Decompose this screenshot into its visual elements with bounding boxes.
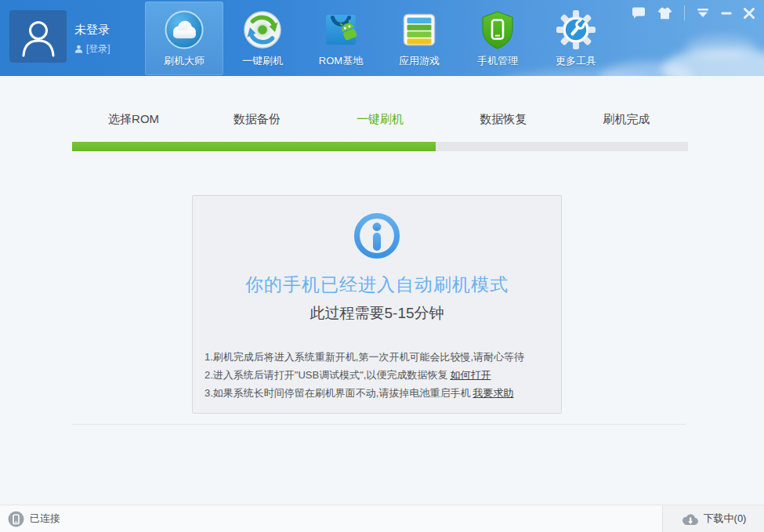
controls-separator [684, 5, 685, 20]
note-text: 1.刷机完成后将进入系统重新开机,第一次开机可能会比较慢,请耐心等待 [205, 351, 524, 363]
note-text: 2.进入系统后请打开"USB调试模式",以便完成数据恢复 [205, 369, 447, 381]
connection-label: 已连接 [30, 512, 60, 526]
ask-for-help-link[interactable]: 我要求助 [473, 387, 513, 399]
main-menu-fold-icon[interactable] [697, 8, 709, 18]
more-tools-gear-icon [556, 9, 596, 50]
nav-label: 刷机大师 [164, 54, 205, 68]
nav-item-rom-store[interactable]: ROM基地 [302, 2, 380, 75]
nav-label: 一键刷机 [242, 54, 283, 68]
minimize-icon[interactable] [721, 9, 732, 18]
cloud-flash-master-icon [164, 9, 205, 50]
note-text: 3.如果系统长时间停留在刷机界面不动,请拔掉电池重启手机 [205, 387, 470, 399]
step-choose-rom[interactable]: 选择ROM [72, 112, 195, 127]
status-bar: 已连接 下载中(0) [0, 505, 764, 532]
step-data-restore[interactable]: 数据恢复 [442, 112, 565, 127]
theme-shirt-icon[interactable] [657, 7, 672, 20]
nav-label: 应用游戏 [399, 54, 440, 68]
flash-steps: 选择ROM 数据备份 一键刷机 数据恢复 刷机完成 [72, 112, 688, 127]
nav-item-more-tools[interactable]: 更多工具 [537, 2, 615, 75]
step-flash-complete[interactable]: 刷机完成 [565, 112, 688, 127]
avatar[interactable] [9, 10, 67, 63]
download-label: 下载中(0) [704, 512, 747, 526]
nav-item-apps-games[interactable]: 应用游戏 [380, 2, 458, 75]
download-cloud-icon [681, 512, 699, 526]
info-icon [352, 211, 402, 261]
nav-item-flash-master[interactable]: 刷机大师 [145, 2, 223, 75]
nav-label: ROM基地 [319, 54, 363, 68]
how-to-open-link[interactable]: 如何打开 [450, 369, 491, 381]
panel-title: 你的手机已经进入自动刷机模式 [193, 273, 561, 297]
mini-user-icon [74, 45, 83, 53]
login-status-label: 未登录 [74, 23, 110, 38]
one-key-flash-refresh-icon [242, 9, 283, 50]
login-link-label: [登录] [86, 42, 110, 56]
note-line-3: 3.如果系统长时间停留在刷机界面不动,请拔掉电池重启手机我要求助 [205, 384, 555, 402]
user-silhouette-icon [20, 16, 56, 57]
panel-subtitle: 此过程需要5-15分钟 [193, 303, 561, 324]
nav-item-one-key-flash[interactable]: 一键刷机 [223, 2, 302, 75]
login-link[interactable]: [登录] [74, 42, 110, 56]
cloud-decoration [686, 35, 756, 59]
main-nav: 刷机大师 一键刷机 [145, 2, 615, 75]
nav-label: 更多工具 [556, 54, 596, 68]
phone-manage-shield-icon [477, 9, 518, 50]
step-data-backup[interactable]: 数据备份 [195, 112, 318, 127]
app-header: 未登录 [登录] [0, 0, 764, 76]
download-manager-button[interactable]: 下载中(0) [662, 505, 764, 532]
window-controls [632, 5, 755, 20]
connection-status: 已连接 [8, 505, 60, 532]
flash-progress-fill [72, 142, 436, 151]
note-line-1: 1.刷机完成后将进入系统重新开机,第一次开机可能会比较慢,请耐心等待 [205, 348, 555, 366]
feedback-bubble-icon[interactable] [632, 7, 646, 20]
close-icon[interactable] [744, 8, 755, 19]
rom-store-bag-icon [320, 9, 361, 50]
horizontal-divider [72, 424, 686, 425]
panel-notes: 1.刷机完成后将进入系统重新开机,第一次开机可能会比较慢,请耐心等待 2.进入系… [205, 348, 555, 402]
flash-status-panel: 你的手机已经进入自动刷机模式 此过程需要5-15分钟 1.刷机完成后将进入系统重… [192, 195, 562, 414]
nav-item-phone-manage[interactable]: 手机管理 [458, 2, 537, 75]
phone-connected-icon [8, 511, 24, 527]
note-line-2: 2.进入系统后请打开"USB调试模式",以便完成数据恢复如何打开 [205, 366, 555, 384]
flash-progress-bar [72, 142, 688, 151]
apps-games-icon [399, 9, 440, 50]
step-one-key-flash[interactable]: 一键刷机 [318, 112, 441, 127]
user-block: 未登录 [登录] [9, 10, 110, 63]
nav-label: 手机管理 [477, 54, 518, 68]
